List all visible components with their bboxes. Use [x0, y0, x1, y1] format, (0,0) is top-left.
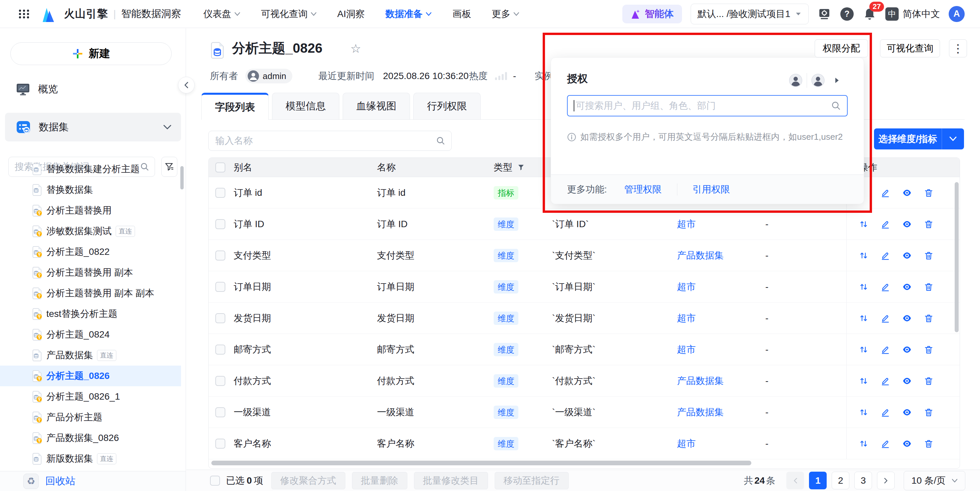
favorite-star-icon[interactable]: ☆: [350, 42, 361, 56]
dataset-link[interactable]: 超市: [677, 344, 696, 355]
next-page-button[interactable]: [877, 472, 895, 489]
footer-select-checkbox[interactable]: [210, 476, 220, 486]
topbar-nav-可视化查询[interactable]: 可视化查询: [261, 8, 317, 20]
more-kebab-button[interactable]: ⋮: [949, 39, 967, 57]
visual-query-button[interactable]: 可视化查询: [880, 39, 940, 57]
dataset-list-item[interactable]: 分析主题替换用 副本: [0, 262, 181, 283]
project-selector[interactable]: 默认... /验收测试项目1: [690, 4, 809, 24]
topbar-nav-AI洞察[interactable]: AI洞察: [337, 8, 365, 20]
manage-permission-link[interactable]: 管理权限: [624, 183, 662, 196]
language-switcher[interactable]: 中 简体中文: [885, 7, 940, 21]
tab-字段列表[interactable]: 字段列表: [201, 93, 269, 120]
edit-icon[interactable]: [880, 313, 890, 323]
tab-血缘视图[interactable]: 血缘视图: [343, 93, 410, 120]
type-filter-icon[interactable]: [517, 163, 525, 171]
tab-模型信息[interactable]: 模型信息: [272, 93, 339, 120]
delete-trash-icon[interactable]: [924, 407, 934, 417]
bulk-修改聚合方式[interactable]: 修改聚合方式: [271, 472, 345, 489]
permission-assign-button[interactable]: 权限分配: [815, 39, 868, 57]
view-eye-icon[interactable]: [902, 188, 912, 198]
page-size-select[interactable]: 10 条/页: [904, 471, 965, 490]
reference-permission-link[interactable]: 引用权限: [693, 183, 730, 196]
console-settings-icon[interactable]: [817, 7, 831, 21]
delete-trash-icon[interactable]: [924, 282, 934, 292]
dataset-link[interactable]: 产品数据集: [677, 376, 724, 386]
row-checkbox[interactable]: [215, 313, 225, 323]
page-2[interactable]: 2: [832, 472, 850, 489]
select-all-checkbox[interactable]: [215, 163, 225, 172]
tab-行列权限[interactable]: 行列权限: [413, 93, 480, 120]
field-filter-input[interactable]: [215, 135, 436, 147]
view-eye-icon[interactable]: [902, 376, 912, 386]
view-eye-icon[interactable]: [902, 250, 912, 260]
app-grid-icon[interactable]: [18, 7, 31, 21]
move-row-icon[interactable]: [859, 219, 869, 229]
expand-arrow-icon[interactable]: [834, 77, 840, 84]
dataset-link[interactable]: 超市: [677, 282, 696, 292]
edit-icon[interactable]: [880, 407, 890, 417]
dataset-list-item[interactable]: 产品数据集 直连: [0, 345, 181, 365]
dataset-list-item[interactable]: 分析主题_0824: [0, 324, 181, 345]
topbar-nav-画板[interactable]: 画板: [452, 8, 471, 20]
move-row-icon[interactable]: [859, 407, 869, 417]
dataset-link[interactable]: 产品数据集: [677, 250, 724, 260]
dataset-list-item[interactable]: 产品数据集_0826: [0, 427, 181, 448]
move-row-icon[interactable]: [859, 313, 869, 323]
dataset-list-item[interactable]: 分析主题_0822: [0, 241, 181, 262]
dataset-list-item[interactable]: 涉敏数据集测试 直连: [0, 221, 181, 241]
dataset-list-item[interactable]: 替换数据集: [0, 179, 181, 200]
view-eye-icon[interactable]: [902, 407, 912, 417]
sidebar-collapse-button[interactable]: [178, 77, 195, 93]
dataset-list-item[interactable]: 产品分析主题: [0, 407, 181, 427]
delete-trash-icon[interactable]: [924, 438, 934, 449]
edit-icon[interactable]: [880, 376, 890, 386]
delete-trash-icon[interactable]: [924, 344, 934, 355]
edit-icon[interactable]: [880, 438, 890, 449]
dataset-list-scrollbar[interactable]: [180, 166, 184, 190]
move-row-icon[interactable]: [859, 438, 869, 449]
topbar-nav-更多[interactable]: 更多: [492, 8, 519, 20]
sidebar-item-overview[interactable]: 概览: [5, 77, 181, 101]
select-dimension-metric-button[interactable]: 选择维度/指标: [874, 128, 964, 150]
dataset-list-item[interactable]: 分析主题_0826: [0, 365, 181, 386]
chevron-down-icon[interactable]: [942, 128, 964, 150]
delete-trash-icon[interactable]: [924, 188, 934, 198]
dataset-link[interactable]: 超市: [677, 219, 696, 229]
move-row-icon[interactable]: [859, 282, 869, 292]
row-checkbox[interactable]: [215, 407, 225, 417]
dataset-link[interactable]: 超市: [677, 313, 696, 323]
move-row-icon[interactable]: [859, 344, 869, 355]
dataset-list-item[interactable]: 分析主题_0826_1: [0, 386, 181, 407]
bulk-移动至指定行[interactable]: 移动至指定行: [495, 472, 569, 489]
user-avatar-icon[interactable]: [789, 74, 802, 87]
dataset-link[interactable]: 产品数据集: [677, 407, 724, 417]
user-avatar[interactable]: A: [949, 6, 965, 22]
row-checkbox[interactable]: [215, 219, 225, 229]
help-icon[interactable]: ?: [840, 7, 854, 21]
prev-page-button[interactable]: [786, 472, 804, 489]
recycle-bin-item[interactable]: ♻︎ 回收站: [0, 471, 186, 491]
dataset-link[interactable]: 超市: [677, 438, 696, 449]
edit-icon[interactable]: [880, 219, 890, 229]
move-row-icon[interactable]: [859, 376, 869, 386]
row-checkbox[interactable]: [215, 438, 225, 449]
row-checkbox[interactable]: [215, 344, 225, 355]
dataset-list-item[interactable]: test替换分析主题: [0, 303, 181, 324]
topbar-nav-数据准备[interactable]: 数据准备: [385, 8, 432, 20]
edit-icon[interactable]: [880, 188, 890, 198]
topbar-nav-仪表盘[interactable]: 仪表盘: [203, 8, 240, 20]
edit-icon[interactable]: [880, 344, 890, 355]
view-eye-icon[interactable]: [902, 219, 912, 229]
user-avatar-icon[interactable]: [811, 74, 825, 87]
dataset-list-item[interactable]: 分析主题替换用 副本 副本: [0, 283, 181, 303]
view-eye-icon[interactable]: [902, 282, 912, 292]
table-vertical-scrollbar[interactable]: [955, 182, 959, 332]
view-eye-icon[interactable]: [902, 344, 912, 355]
new-button[interactable]: 新建: [10, 42, 172, 65]
dataset-list-item[interactable]: 新版数据集 直连: [0, 448, 181, 469]
edit-icon[interactable]: [880, 250, 890, 260]
delete-trash-icon[interactable]: [924, 250, 934, 260]
page-1[interactable]: 1: [809, 472, 827, 489]
notification-bell-icon[interactable]: 27: [863, 7, 877, 21]
delete-trash-icon[interactable]: [924, 376, 934, 386]
